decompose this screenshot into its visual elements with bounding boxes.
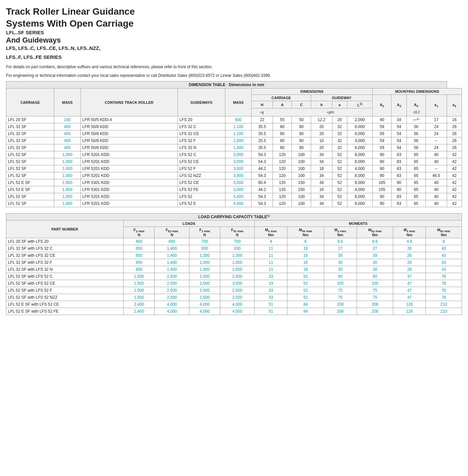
load-table-row: LFL 52 SF with LFS 52 C 1,500 2,500 2,00… <box>6 273 462 280</box>
load-mx: 51 <box>255 308 288 315</box>
load-mx: 33 <box>255 294 288 301</box>
dim-A1: 105 <box>372 179 392 186</box>
dim-a2: 26 <box>447 130 462 137</box>
col-C: C <box>292 101 311 108</box>
dim-carriage: LFL 32 SF <box>6 123 54 130</box>
col-m0x: M0x maxNm <box>287 227 324 238</box>
dim-A1: 40 <box>372 116 392 123</box>
dim-a2: 26 <box>447 137 462 144</box>
dim-H: 25.5 <box>252 137 273 144</box>
unit-g: ≈g <box>253 109 271 115</box>
dim-contains: LFR 5201 KDD <box>80 158 177 165</box>
load-table-row: LFL 52 SF with LFS 52 CE 1,500 2,500 3,5… <box>6 280 462 287</box>
dim-C: 50 <box>292 116 311 123</box>
load-m0x: 84 <box>287 308 324 315</box>
dim-a: 52 <box>332 193 347 200</box>
load-table-row: LFL 52 SF with LFS 52 F 1,500 2,500 2,50… <box>6 287 462 294</box>
dim-h: 34 <box>311 193 332 200</box>
load-f0y: 1,400 <box>155 259 189 266</box>
load-part: LFL 32 SF with LFS 32 CE <box>6 252 124 259</box>
dim-A1: 90 <box>372 200 392 207</box>
load-my: 8.6 <box>324 238 357 245</box>
dim-A: 120 <box>273 158 292 165</box>
dim-a1: 40 <box>426 158 447 165</box>
dim-gmass: 1,100 <box>225 130 251 137</box>
load-m0y: 60 <box>357 273 393 280</box>
dim-h: 34 <box>311 200 332 207</box>
unit-empty6 <box>362 109 373 115</box>
load-mx: 33 <box>255 280 288 287</box>
dim-A3: —⁸⁾ <box>407 116 425 123</box>
dim-a1: 24 <box>426 123 447 130</box>
dim-gmass: 1,100 <box>225 123 251 130</box>
load-mx: 33 <box>255 287 288 294</box>
dim-a: 52 <box>332 186 347 193</box>
dim-A3: 56 <box>407 123 425 130</box>
dim-h: 10 <box>311 137 332 144</box>
dim-table-row: LFL 32 SF 400 LFR 50/8 KDD LFS 32 N 1,40… <box>6 144 462 151</box>
dim-a1: 40 <box>426 179 447 186</box>
unit-gm: ≈g/m <box>322 109 339 115</box>
col-L: L1) <box>347 101 372 108</box>
unit-empty11 <box>437 109 448 115</box>
load-f0y: 2,500 <box>155 273 189 280</box>
dim-mass: 400 <box>54 144 80 151</box>
dim-carriage: LFL 20 SF <box>6 116 54 123</box>
load-table-row: LFL 32 SF with LFS 32 C 850 1,400 930 93… <box>6 245 462 252</box>
dim-a2: 42 <box>447 179 462 186</box>
load-fy: 850 <box>123 245 155 252</box>
dim-h: 20 <box>311 144 332 151</box>
dim-mass: 1,900 <box>54 179 80 186</box>
load-m0y: 208 <box>357 308 393 315</box>
dim-mass: 1,900 <box>54 186 80 193</box>
dim-L: 8,000 <box>347 172 372 179</box>
col-contains: CONTAINS TRACK ROLLER <box>80 88 177 116</box>
load-f0z: 4,000 <box>220 301 254 308</box>
dim-A1: 59 <box>372 137 392 144</box>
load-part: LFL 32 SF with LFS 32 C <box>6 245 124 252</box>
dim-A3: 56 <box>407 130 425 137</box>
unit-empty7 <box>373 109 385 115</box>
dim-A: 80 <box>273 130 292 137</box>
dim-a2: 42 <box>447 165 462 172</box>
dim-guideways: LFS 52 C <box>177 151 225 158</box>
title-line2: Systems With Open Carriage <box>6 18 462 29</box>
load-mx: 11 <box>255 266 288 273</box>
load-f0z: 2,500 <box>220 287 254 294</box>
dim-table-row: LFL 52 E SF 1,900 LFR 5301 KDD LFS 52 CE… <box>6 179 462 186</box>
load-f0y: 1,400 <box>155 266 189 273</box>
dim-guideways: LFS 52 CE <box>177 158 225 165</box>
col-H: H <box>252 101 273 108</box>
dim-mass: 400 <box>54 137 80 144</box>
load-mx: 11 <box>255 259 288 266</box>
dim-gmass: 3,000 <box>225 151 251 158</box>
load-m0y: 27 <box>357 245 393 252</box>
dim-guideways: LFS 52 F <box>177 165 225 172</box>
dim-A: 120 <box>273 151 292 158</box>
dim-C: 100 <box>292 165 311 172</box>
dimension-table: DIMENSION TABLE · Dimensions in mm CARRI… <box>6 81 462 207</box>
dim-A: 55 <box>273 116 292 123</box>
load-mz: 47 <box>393 280 426 287</box>
load-fz: 1,300 <box>189 252 220 259</box>
dim-carriage: LFL 52 SF <box>6 172 54 179</box>
dim-guideways: LFS 52 FE <box>177 186 225 193</box>
dim-gmass: 3,000 <box>225 165 251 172</box>
load-my: 208 <box>324 301 357 308</box>
load-mz: 26 <box>393 259 426 266</box>
dim-guideways: LFS 32 N <box>177 144 225 151</box>
load-table-row: LFL 52 E SF with LFS 52 CE 2,400 4,000 4… <box>6 301 462 308</box>
dim-C: 90 <box>292 144 311 151</box>
load-my: 27 <box>324 245 357 252</box>
series1-label: LFL..SF SERIES <box>6 30 462 35</box>
dim-A: 120 <box>273 200 292 207</box>
load-m0x: 6 <box>287 238 324 245</box>
dim-A1: 90 <box>372 151 392 158</box>
load-fy: 850 <box>123 252 155 259</box>
load-m0z: 43 <box>426 245 462 252</box>
dim-guideways: LFS 32 F <box>177 137 225 144</box>
load-fy: 850 <box>123 266 155 273</box>
dim-H: 54.3 <box>252 200 273 207</box>
intro-line1: For details on part numbers, descriptive… <box>6 64 462 70</box>
dim-C: 100 <box>292 193 311 200</box>
